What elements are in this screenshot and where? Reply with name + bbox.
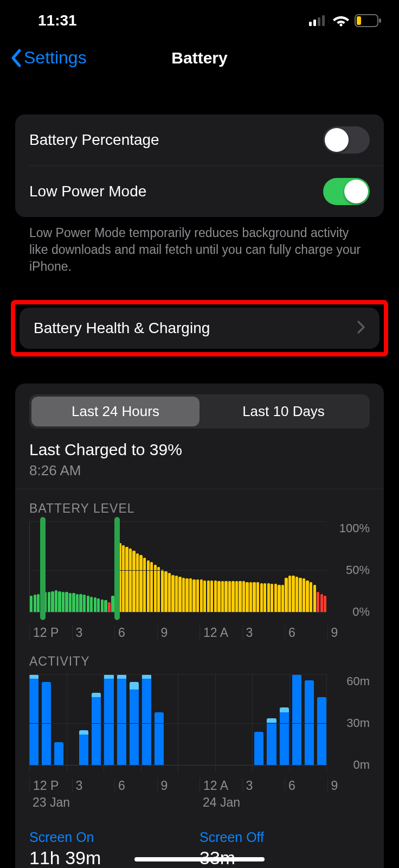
battery-level-bar [90,597,93,612]
battery-level-bar [129,548,132,612]
battery-level-bar [87,596,89,612]
svg-rect-1 [313,20,316,26]
x-tick: 6 [285,778,327,793]
battery-level-bar [224,581,227,612]
battery-level-bar [171,575,174,612]
battery-level-bar [182,578,185,612]
tab-last-24-hours[interactable]: Last 24 Hours [31,397,200,426]
cellular-signal-icon [309,15,327,26]
battery-level-bar [196,579,199,612]
battery-level-bar [83,595,86,612]
x-tick: 12 A [200,626,242,640]
battery-level-bar [76,594,79,612]
battery-level-bar [189,578,192,612]
battery-level-bar [306,580,308,612]
battery-level-title: BATTERY LEVEL [29,501,370,516]
y-tick: 0% [332,605,370,619]
activity-bar [179,674,189,765]
date-label: 23 Jan [29,795,200,810]
y-tick: 30m [332,716,370,730]
back-label: Settings [24,48,87,68]
battery-level-bar [320,594,323,612]
screen-off-label: Screen Off [200,829,370,845]
low-power-mode-footer: Low Power Mode temporarily reduces backg… [15,217,384,275]
svg-point-4 [340,24,343,27]
svg-rect-2 [318,17,320,26]
battery-level-bar [313,585,316,612]
battery-level-bar [288,576,291,612]
activity-bar [167,674,176,765]
activity-bar [317,674,326,765]
battery-level-bar [256,582,259,612]
battery-level-bar [168,573,171,612]
battery-level-bar [132,551,135,612]
battery-level-bar [260,583,263,612]
battery-level-bar [143,558,146,612]
svg-rect-0 [309,22,312,26]
battery-health-label: Battery Health & Charging [34,320,210,337]
low-power-mode-row[interactable]: Low Power Mode [15,166,384,217]
chevron-left-icon [10,48,23,68]
activity-bar [280,674,289,765]
y-tick: 0m [332,758,370,772]
x-tick: 12 P [29,778,72,793]
wifi-icon [333,15,349,27]
battery-level-bar [228,581,231,612]
low-power-mode-toggle[interactable] [323,178,370,205]
battery-level-bar [253,582,255,612]
y-tick: 60m [332,674,370,688]
battery-level-bar [185,578,188,612]
battery-level-bar [285,578,287,612]
battery-level-bar [239,581,241,612]
battery-percentage-row[interactable]: Battery Percentage [15,114,384,165]
battery-level-bar [263,583,266,612]
toggles-card: Battery Percentage Low Power Mode [15,114,384,217]
screen-off-block: Screen Off 33m [200,829,370,868]
status-time: 11:31 [38,12,77,29]
battery-level-bar [249,582,252,612]
last-charged-title: Last Charged to 39% [29,441,370,459]
battery-level-bar [303,578,305,612]
battery-percentage-toggle[interactable] [323,126,370,154]
activity-bar [29,674,38,765]
home-indicator[interactable] [134,857,265,861]
activity-bar [79,674,88,765]
battery-level-bar [200,579,203,612]
x-tick: 3 [242,778,285,793]
tab-last-10-days[interactable]: Last 10 Days [200,397,368,426]
x-tick: 12 P [29,626,72,640]
battery-level-bar [210,580,213,612]
battery-level-bar [101,599,104,612]
battery-level-bar [231,581,234,612]
battery-percentage-label: Battery Percentage [29,131,159,149]
battery-level-bar [104,600,107,612]
battery-level-bar [154,565,157,612]
battery-level-bar [274,584,277,612]
charging-marker [114,517,120,620]
x-tick: 3 [242,626,285,640]
battery-level-bar [267,583,270,612]
battery-level-bar [292,576,294,612]
activity-title: ACTIVITY [29,654,370,669]
battery-level-bar [108,602,111,612]
battery-health-row[interactable]: Battery Health & Charging [20,308,379,349]
battery-level-bar [48,592,50,612]
back-button[interactable]: Settings [10,48,87,68]
battery-level-bar [30,596,33,612]
highlight-annotation: Battery Health & Charging [11,300,388,356]
battery-level-bar [235,581,238,612]
x-tick: 12 A [200,778,242,793]
activity-bar [254,674,263,765]
battery-status-icon [355,14,382,27]
battery-level-chart[interactable] [29,521,326,619]
activity-bar [155,674,164,765]
battery-health-card: Battery Health & Charging [20,308,379,349]
battery-level-bar [139,555,142,612]
battery-level-bar [164,571,167,612]
battery-level-bar [79,594,82,612]
activity-chart[interactable] [29,674,326,772]
battery-level-bar [246,582,248,612]
battery-level-bar [175,576,178,612]
battery-level-bar [55,590,57,612]
time-range-segmented: Last 24 Hours Last 10 Days [29,394,370,429]
